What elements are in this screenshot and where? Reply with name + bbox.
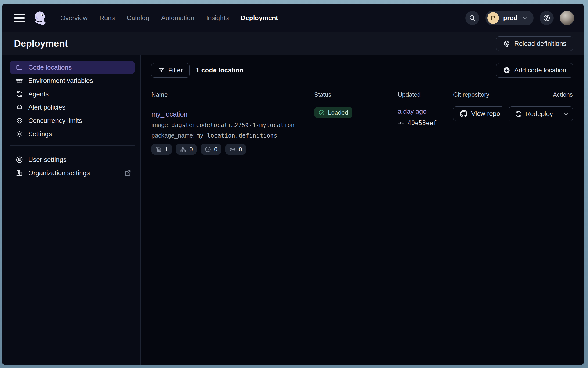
filter-label: Filter xyxy=(168,66,183,74)
user-avatar[interactable] xyxy=(560,11,574,25)
search-icon xyxy=(469,14,476,22)
filter-funnel-icon xyxy=(158,67,164,74)
status-cell: Loaded xyxy=(308,104,391,162)
plus-circle-icon xyxy=(503,66,510,74)
code-location-link[interactable]: my_location xyxy=(152,110,188,118)
external-link-icon xyxy=(124,169,132,177)
image-line: image: dagstercodelocati…2759-1-mylocati… xyxy=(152,121,299,129)
user-circle-icon xyxy=(16,156,23,164)
nav-item-overview[interactable]: Overview xyxy=(60,14,88,22)
schedules-count-badge[interactable]: 0 xyxy=(201,144,221,155)
jobs-icon xyxy=(180,146,187,153)
top-nav: Overview Runs Catalog Automation Insight… xyxy=(2,3,584,32)
sidebar-item-agents[interactable]: Agents xyxy=(9,87,135,101)
page-title: Deployment xyxy=(14,38,68,49)
sidebar-item-settings[interactable]: Settings xyxy=(9,127,135,141)
deployment-avatar: P xyxy=(487,12,499,24)
package-value: my_location.definitions xyxy=(196,132,277,139)
nav-item-insights[interactable]: Insights xyxy=(206,14,229,22)
code-locations-table: Name Status Updated Git repository Actio… xyxy=(141,85,584,162)
check-circle-icon xyxy=(318,109,325,116)
sensors-icon xyxy=(229,146,236,153)
sidebar-item-label: Alert policies xyxy=(28,104,66,111)
column-header-status: Status xyxy=(308,85,391,104)
view-repo-label: View repo xyxy=(471,110,500,118)
redeploy-button[interactable]: Redeploy xyxy=(509,107,559,121)
dagster-app-window: Overview Runs Catalog Automation Insight… xyxy=(2,3,584,365)
sidebar-item-user-settings[interactable]: User settings xyxy=(9,153,135,166)
sidebar-divider xyxy=(9,146,135,146)
redeploy-split-button: Redeploy xyxy=(509,106,573,121)
gear-icon xyxy=(16,130,23,138)
sidebar-item-organization-settings[interactable]: Organization settings xyxy=(9,166,135,180)
column-header-git-repository: Git repository xyxy=(447,85,502,104)
help-button[interactable] xyxy=(540,11,554,25)
package-line: package_name: my_location.definitions xyxy=(152,132,299,139)
image-label: image: xyxy=(152,121,170,129)
search-button[interactable] xyxy=(465,11,479,25)
layers-icon xyxy=(16,117,23,124)
jobs-count: 0 xyxy=(189,146,193,153)
reload-definitions-label: Reload definitions xyxy=(514,40,566,47)
toolbar: Filter 1 code location Add code location xyxy=(141,55,584,85)
deployment-name: prod xyxy=(503,14,518,22)
assets-count: 1 xyxy=(165,146,168,153)
assets-count-badge[interactable]: 1 xyxy=(152,144,172,155)
redeploy-label: Redeploy xyxy=(525,110,553,118)
nav-item-automation[interactable]: Automation xyxy=(161,14,194,22)
sidebar-item-code-locations[interactable]: Code locations xyxy=(9,61,135,74)
updated-cell: a day ago 40e58eef xyxy=(391,104,447,162)
env-vars-icon xyxy=(16,77,23,84)
help-icon xyxy=(543,14,550,22)
sidebar-item-concurrency-limits[interactable]: Concurrency limits xyxy=(9,114,135,127)
redeploy-more-options-button[interactable] xyxy=(559,107,573,121)
code-location-count: 1 code location xyxy=(196,66,244,74)
view-repo-button[interactable]: View repo xyxy=(453,106,502,121)
bell-icon xyxy=(16,104,23,111)
sidebar-item-environment-variables[interactable]: Environment variables xyxy=(9,74,135,87)
name-cell: my_location image: dagstercodelocati…275… xyxy=(141,104,308,162)
table-row: my_location image: dagstercodelocati…275… xyxy=(141,104,584,162)
updated-time-link[interactable]: a day ago xyxy=(398,108,427,115)
sync-icon xyxy=(16,90,23,98)
status-label: Loaded xyxy=(328,109,348,116)
image-value: dagstercodelocati…2759-1-mylocation xyxy=(171,122,294,129)
git-repository-cell: View repo xyxy=(447,104,502,162)
jobs-count-badge[interactable]: 0 xyxy=(176,144,196,155)
nav-item-runs[interactable]: Runs xyxy=(100,14,115,22)
table-header-row: Name Status Updated Git repository Actio… xyxy=(141,85,584,104)
add-code-location-button[interactable]: Add code location xyxy=(496,63,573,78)
code-locations-panel: Filter 1 code location Add code location… xyxy=(141,55,584,365)
chevron-down-icon xyxy=(563,111,569,117)
schedules-count: 0 xyxy=(214,146,217,153)
assets-icon xyxy=(155,146,162,153)
add-code-location-label: Add code location xyxy=(514,66,566,74)
column-header-name: Name xyxy=(141,85,308,104)
sidebar-item-label: Environment variables xyxy=(28,77,93,84)
organization-icon xyxy=(16,169,23,177)
sensors-count: 0 xyxy=(239,146,242,153)
chevron-down-icon xyxy=(522,15,528,21)
sidebar-item-alert-policies[interactable]: Alert policies xyxy=(9,101,135,114)
nav-item-catalog[interactable]: Catalog xyxy=(127,14,149,22)
sidebar-item-label: Settings xyxy=(28,130,52,138)
commit-line: 40e58eef xyxy=(398,120,447,127)
reload-definitions-button[interactable]: Reload definitions xyxy=(496,37,573,51)
nav-item-deployment[interactable]: Deployment xyxy=(241,14,278,22)
sidebar-item-label: Organization settings xyxy=(28,169,90,177)
package-reload-icon xyxy=(503,40,510,47)
sensors-count-badge[interactable]: 0 xyxy=(225,144,246,155)
sidebar-item-label: Code locations xyxy=(28,64,72,71)
git-commit-icon xyxy=(398,120,405,127)
github-icon xyxy=(460,110,467,118)
package-label: package_name: xyxy=(152,132,195,139)
redeploy-refresh-icon xyxy=(515,110,522,118)
schedules-icon xyxy=(205,146,211,153)
actions-cell: Redeploy xyxy=(502,104,584,162)
dagster-logo[interactable] xyxy=(33,10,48,26)
deployment-switcher[interactable]: P prod xyxy=(485,10,533,26)
hamburger-menu-icon[interactable] xyxy=(14,14,25,22)
folder-icon xyxy=(16,64,23,71)
sidebar-item-label: Agents xyxy=(28,90,49,98)
filter-button[interactable]: Filter xyxy=(151,63,190,78)
